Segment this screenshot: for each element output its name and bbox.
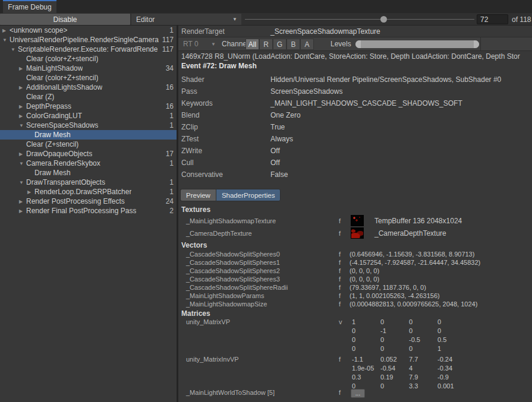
frame-number-value: 72 xyxy=(480,15,488,24)
render-target-value: _ScreenSpaceShadowmapTexture xyxy=(270,26,380,37)
vector-row: _CascadeShadowSplitSpheres1f(-4.157254, … xyxy=(178,258,532,267)
chevron-down-icon[interactable]: ▼ xyxy=(19,123,26,128)
chevron-down-icon[interactable]: ▼ xyxy=(11,47,18,52)
frame-number-input[interactable]: 72 xyxy=(477,14,508,24)
titlebar: Frame Debug xyxy=(0,0,532,13)
toolbar-separator xyxy=(480,37,481,50)
tab-frame-debug[interactable]: Frame Debug xyxy=(3,0,56,13)
property-row-zclip: ZClipTrue xyxy=(178,121,532,133)
property-row-cull: CullOff xyxy=(178,157,532,169)
matrix-row-unity-matrixvp: unity_MatrixVP v 1000 0-100 00-0.50.5 00… xyxy=(178,318,532,355)
disable-button[interactable]: Disable xyxy=(0,14,130,25)
tree-row-render-single-camera[interactable]: ▼UniversalRenderPipeline.RenderSingleCam… xyxy=(0,35,177,45)
event-tree-panel: ▶<unknown scope>1 ▼UniversalRenderPipeli… xyxy=(0,26,177,402)
render-target-toolbar: RT 0 ▼ Channels All R G B A Levels xyxy=(178,37,532,51)
chevron-down-icon[interactable]: ▼ xyxy=(19,161,26,166)
toolbar: Disable Editor ▼ 72 of 118 xyxy=(0,13,532,26)
frame-slider[interactable] xyxy=(245,14,474,25)
chevron-right-icon[interactable]: ▶ xyxy=(19,85,26,90)
chevron-right-icon[interactable]: ▶ xyxy=(19,113,26,119)
channel-button-all[interactable]: All xyxy=(245,39,259,50)
property-row-zwrite: ZWriteOff xyxy=(178,145,532,157)
tree-row-unknown-scope[interactable]: ▶<unknown scope>1 xyxy=(0,26,177,35)
property-row-blend: BlendOne Zero xyxy=(178,109,532,121)
tree-row-clear-color-z-stencil-2[interactable]: ▶Clear (color+Z+stencil) xyxy=(0,73,177,83)
channel-button-a[interactable]: A xyxy=(300,39,314,50)
tree-row-clear-z-stencil[interactable]: ▶Clear (Z+stencil) xyxy=(0,140,177,149)
matrix-row-main-light-world-to-shadow: _MainLightWorldToShadow [5] f ... xyxy=(178,389,532,401)
texture-thumbnail[interactable] xyxy=(351,227,364,239)
frame-slider-handle[interactable] xyxy=(380,16,387,23)
tree-row-color-grading-lut[interactable]: ▶ColorGradingLUT1 xyxy=(0,111,177,121)
levels-slider-max-handle[interactable] xyxy=(474,40,479,48)
tree-row-render-postprocessing-effects[interactable]: ▶Render PostProcessing Effects24 xyxy=(0,197,177,206)
levels-slider-bar[interactable] xyxy=(355,40,479,48)
matrix-row-unity-matrixinvvp: unity_MatrixInvVP f -1.10.0527.7-0.24 1.… xyxy=(178,356,532,392)
tree-row-scriptable-renderer-execute[interactable]: ▼ScriptableRenderer.Execute: ForwardRend… xyxy=(0,45,177,54)
matrices-section-heading: Matrices xyxy=(181,309,210,318)
event-properties: ShaderHidden/Universal Render Pipeline/S… xyxy=(178,74,532,181)
tab-preview[interactable]: Preview xyxy=(180,189,216,201)
property-row-ztest: ZTestAlways xyxy=(178,133,532,145)
tree-row-draw-mesh-skybox[interactable]: ▶Draw Mesh xyxy=(0,168,177,178)
channel-button-g[interactable]: G xyxy=(273,39,287,50)
channel-button-r[interactable]: R xyxy=(259,39,273,50)
vector-row: _CascadeShadowSplitSpheres2f(0, 0, 0, 0) xyxy=(178,267,532,275)
target-dropdown[interactable]: Editor ▼ xyxy=(131,14,241,25)
tree-row-screen-space-shadows[interactable]: ▼ScreenSpaceShadows1 xyxy=(0,121,177,130)
chevron-right-icon[interactable]: ▶ xyxy=(19,66,26,71)
chevron-right-icon[interactable]: ▶ xyxy=(27,189,34,195)
expand-matrix-array-button[interactable]: ... xyxy=(351,389,365,398)
textures-section-heading: Textures xyxy=(181,205,210,214)
frame-total-label: of 118 xyxy=(512,14,531,24)
rt-index-value: RT 0 xyxy=(183,40,199,48)
render-target-label: RenderTarget xyxy=(181,26,225,37)
event-title: Event #72: Draw Mesh xyxy=(181,62,257,71)
chevron-down-icon: ▼ xyxy=(232,17,237,22)
channel-button-b[interactable]: B xyxy=(287,39,300,50)
texture-thumbnail[interactable] xyxy=(351,215,364,226)
chevron-right-icon[interactable]: ▶ xyxy=(19,199,26,204)
vector-row: _CascadeShadowSplitSphereRadiif(79.33697… xyxy=(178,283,532,292)
chevron-right-icon[interactable]: ▶ xyxy=(2,28,10,33)
chevron-down-icon: ▼ xyxy=(211,42,216,47)
tree-row-draw-opaque-objects[interactable]: ▶DrawOpaqueObjects17 xyxy=(0,149,177,159)
texture-row-main-light-shadowmap: _MainLightShadowmapTexture f TempBuffer … xyxy=(178,215,532,227)
tree-row-render-final-postprocessing-pass[interactable]: ▶Render Final PostProcessing Pass2 xyxy=(0,206,177,216)
chevron-down-icon[interactable]: ▼ xyxy=(2,37,10,43)
frame-slider-track[interactable] xyxy=(245,19,474,20)
tab-title: Frame Debug xyxy=(8,3,51,11)
chevron-right-icon[interactable]: ▶ xyxy=(19,151,26,157)
disable-button-label: Disable xyxy=(53,15,77,24)
property-row-keywords: Keywords_MAIN_LIGHT_SHADOWS_CASCADE _SHA… xyxy=(178,97,532,109)
tree-row-clear-z[interactable]: ▶Clear (Z) xyxy=(0,92,177,102)
vector-row: _CascadeShadowSplitSpheres3f(0, 0, 0, 0) xyxy=(178,275,532,283)
tab-shader-properties[interactable]: ShaderProperties xyxy=(216,189,281,201)
property-row-pass: PassScreenSpaceShadows xyxy=(178,86,532,97)
tree-row-renderloop-draw-srp-batcher[interactable]: ▶RenderLoop.DrawSRPBatcher1 xyxy=(0,187,177,197)
property-row-conservative: ConservativeFalse xyxy=(178,169,532,181)
event-detail-panel: RenderTarget _ScreenSpaceShadowmapTextur… xyxy=(178,26,532,402)
rt-index-dropdown[interactable]: RT 0 ▼ xyxy=(180,39,219,49)
tree-row-clear-color-z-stencil[interactable]: ▶Clear (color+Z+stencil) xyxy=(0,54,177,64)
chevron-right-icon[interactable]: ▶ xyxy=(19,208,26,214)
tree-row-draw-transparent-objects[interactable]: ▼DrawTransparentObjects1 xyxy=(0,178,177,187)
render-target-row: RenderTarget _ScreenSpaceShadowmapTextur… xyxy=(178,26,532,37)
tree-row-main-light-shadow[interactable]: ▶MainLightShadow34 xyxy=(0,64,177,73)
tree-row-camera-render-skybox[interactable]: ▼Camera.RenderSkybox1 xyxy=(0,159,177,168)
chevron-right-icon[interactable]: ▶ xyxy=(19,104,26,109)
vector-row: _CascadeShadowSplitSpheres0f(0.6456946, … xyxy=(178,250,532,258)
chevron-down-icon[interactable]: ▼ xyxy=(19,180,26,185)
vectors-section-heading: Vectors xyxy=(181,241,207,250)
frame-debugger-window: Frame Debug Disable Editor ▼ 72 of 118 ▶… xyxy=(0,0,532,402)
tree-row-additional-lights-shadow[interactable]: ▶AdditionalLightsShadow16 xyxy=(0,83,177,92)
levels-range-slider[interactable] xyxy=(355,39,479,49)
property-row-shader: ShaderHidden/Universal Render Pipeline/S… xyxy=(178,74,532,86)
vector-row: _MainLightShadowParamsf(1, 1, 0.00210526… xyxy=(178,292,532,300)
texture-row-camera-depth: _CameraDepthTexture f _CameraDepthTextur… xyxy=(178,227,532,240)
tree-row-depth-prepass[interactable]: ▶DepthPrepass16 xyxy=(0,102,177,111)
render-target-format-line: 1469x728 R8_UNorm (LoadAction: DontCare,… xyxy=(181,52,532,62)
levels-slider-min-handle[interactable] xyxy=(355,40,361,48)
tree-row-draw-mesh-selected[interactable]: ▶Draw Mesh xyxy=(0,130,177,140)
vector-row: _MainLightShadowmapSizef(0.0004882813, 0… xyxy=(178,300,532,308)
